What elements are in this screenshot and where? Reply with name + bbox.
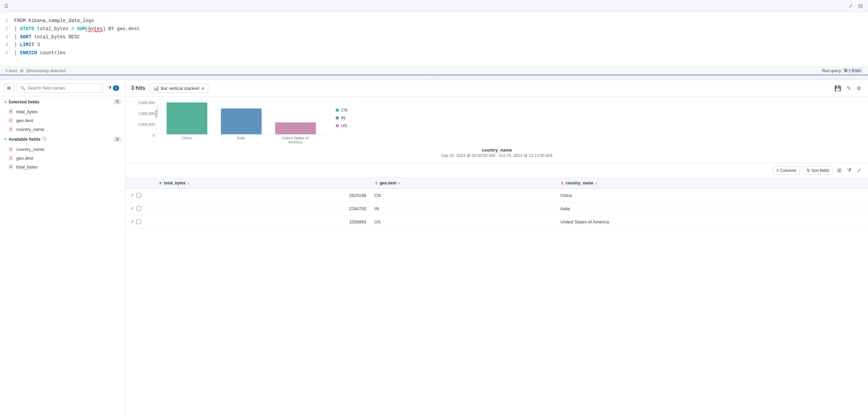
legend-dot-us <box>336 124 339 127</box>
th-label-geo-dest: geo.dest <box>380 181 396 185</box>
bars-container <box>156 101 326 135</box>
cell-total-bytes-2: 2284700 <box>154 202 370 215</box>
chart-toolbar-left: 3 hits 📊 Bar vertical stacked ∨ <box>131 83 208 93</box>
field-item-country-name-selected[interactable]: t country_name <box>0 125 125 134</box>
y-axis-label-rotated: total_... <box>154 105 158 117</box>
menu-icon[interactable]: ☰ <box>4 3 8 9</box>
y-axis: 3,000,000 2,000,000 1,000,000 0 <box>131 101 155 145</box>
row-action-group-3: ↗ <box>130 219 150 225</box>
cell-country-name-1: China <box>556 188 868 202</box>
field-item-country-name-avail[interactable]: t country_name <box>0 145 125 154</box>
expand-row-2-button[interactable]: ↗ <box>130 205 134 212</box>
legend-dot-in <box>336 116 339 120</box>
available-fields-count: 3 <box>113 137 121 142</box>
th-country-name[interactable]: t country_name ∨ <box>556 178 868 188</box>
chevron-down-icon-chart: ∨ <box>201 86 205 91</box>
editor-toolbar-right: ⤢ ⊟ <box>847 2 864 10</box>
edit-visualization-button[interactable]: ✎ <box>845 84 852 93</box>
x-axis-labels: China India United States of America <box>156 135 326 145</box>
results-table: # total_bytes ∨ t geo.dest ∨ <box>126 178 868 229</box>
y-tick-3m: 3,000,000 <box>138 101 155 105</box>
line-count: 5 lines <box>5 68 17 73</box>
field-type-text-icon-2: t <box>8 126 14 132</box>
fullscreen-button[interactable]: ⤢ <box>855 166 863 175</box>
filter-icon: ⧩ <box>108 85 112 91</box>
th-label-country-name: country_name <box>566 181 593 185</box>
th-type-txt-badge-geo: t <box>374 181 378 185</box>
row-checkbox-1[interactable] <box>136 193 141 198</box>
field-item-geo-dest-avail[interactable]: t geo.dest <box>0 154 125 162</box>
th-geo-dest[interactable]: t geo.dest ∨ <box>370 178 556 188</box>
code-line-5: 5 | ENRICH countries <box>5 49 863 57</box>
field-name-geo-dest: geo.dest <box>16 118 33 123</box>
code-editor[interactable]: 1 FROM kibana_sample_data_logs 2 | STATS… <box>0 12 868 66</box>
row-checkbox-2[interactable] <box>136 206 141 211</box>
cell-geo-dest-3: US <box>370 215 556 229</box>
panel-divider[interactable]: ⋯ <box>0 75 868 80</box>
hits-count: 3 hits <box>131 85 145 91</box>
field-type-text-avail-2: t <box>8 155 14 161</box>
expand-row-1-button[interactable]: ↗ <box>130 192 134 198</box>
field-type-number-avail: # <box>8 164 14 170</box>
fields-toggle-icon: ⊞ <box>7 85 11 91</box>
y-tick-0: 0 <box>153 133 155 137</box>
display-settings-button[interactable]: ⧩ <box>846 166 853 175</box>
row-checkbox-3[interactable] <box>136 219 141 224</box>
table-body: ↗ 2825198 CN China ↗ <box>126 188 868 229</box>
density-button[interactable]: ⊞ <box>836 166 843 175</box>
status-left: 5 lines ⊞ @timestamp detected <box>5 68 66 73</box>
fields-toggle-button[interactable]: ⊞ <box>4 84 14 92</box>
chart-container: 3,000,000 2,000,000 1,000,000 0 <box>131 101 863 145</box>
th-chevron-geo: ∨ <box>398 181 400 185</box>
code-line-2: 2 | STATS total_bytes = SUM(bytes) BY ge… <box>5 25 863 33</box>
filter-button[interactable]: ⧩ 0 <box>106 84 121 92</box>
cell-total-bytes-1: 2825198 <box>154 188 370 202</box>
th-sort-chevron: ∨ <box>187 181 189 185</box>
run-query-button[interactable]: Run query ⌘ + Enter <box>822 68 863 73</box>
row-actions-2: ↗ <box>126 202 154 215</box>
bar-usa <box>275 122 316 134</box>
chart-toolbar-right: 💾 ✎ ⚙ <box>833 84 863 93</box>
maximize-button[interactable]: ⤢ <box>847 2 854 10</box>
columns-button[interactable]: ≡ Columns <box>773 166 800 175</box>
chart-type-selector[interactable]: 📊 Bar vertical stacked ∨ <box>149 83 208 93</box>
chart-with-axes: 3,000,000 2,000,000 1,000,000 0 <box>131 101 329 145</box>
available-fields-section-header[interactable]: ∨ Available fields ⓘ 3 <box>0 134 125 145</box>
chevron-down-icon: ∨ <box>4 100 6 104</box>
search-box[interactable]: 🔍 <box>17 83 103 93</box>
selected-fields-section-header[interactable]: ∨ Selected fields 3 <box>0 96 125 107</box>
table-row: ↗ 2284700 IN India <box>126 202 868 215</box>
bar-usa-rect <box>275 122 316 134</box>
bars-wrapper: China India United States of America <box>156 101 326 145</box>
search-input[interactable] <box>27 85 99 91</box>
field-item-total-bytes-selected[interactable]: # total_bytes <box>0 107 125 116</box>
bar-china <box>167 102 207 134</box>
search-icon: 🔍 <box>20 86 25 91</box>
sort-fields-button[interactable]: ⇅ Sort fields <box>803 166 833 175</box>
field-type-text-icon: t <box>8 118 14 123</box>
field-item-total-bytes-avail[interactable]: # total_bytes <box>0 162 125 171</box>
shortcut-badge: ⌘ + Enter <box>842 68 863 73</box>
code-line-3: 3 | SORT total_bytes DESC <box>5 33 863 41</box>
x-label-india: India <box>221 136 261 144</box>
save-visualization-button[interactable]: 💾 <box>833 84 843 93</box>
th-type-txt-badge-country: t <box>560 181 564 185</box>
run-query-label: Run query <box>822 68 841 73</box>
legend-item-us: US <box>336 123 347 128</box>
expand-row-3-button[interactable]: ↗ <box>130 219 134 225</box>
row-actions-3: ↗ <box>126 215 154 229</box>
sidebar-header: ⊞ 🔍 ⧩ 0 <box>0 80 125 96</box>
visualization-settings-button[interactable]: ⚙ <box>855 84 863 93</box>
field-item-geo-dest-selected[interactable]: t geo.dest <box>0 116 125 125</box>
th-total-bytes[interactable]: # total_bytes ∨ <box>154 178 370 188</box>
sidebar-toggle-button[interactable]: ⊟ <box>857 2 864 10</box>
cell-country-name-3: United States of America <box>556 215 868 229</box>
header-row: # total_bytes ∨ t geo.dest ∨ <box>126 178 868 188</box>
field-name-geo-dest-avail: geo.dest <box>16 156 33 161</box>
chart-toolbar: 3 hits 📊 Bar vertical stacked ∨ 💾 ✎ ⚙ <box>126 80 868 97</box>
field-name-total-bytes-avail: total_bytes <box>16 164 38 170</box>
table-row: ↗ 2825198 CN China <box>126 188 868 202</box>
row-actions-1: ↗ <box>126 188 154 202</box>
main-content: 3 hits 📊 Bar vertical stacked ∨ 💾 ✎ ⚙ 3 <box>126 80 868 417</box>
row-action-group-1: ↗ <box>130 192 150 198</box>
